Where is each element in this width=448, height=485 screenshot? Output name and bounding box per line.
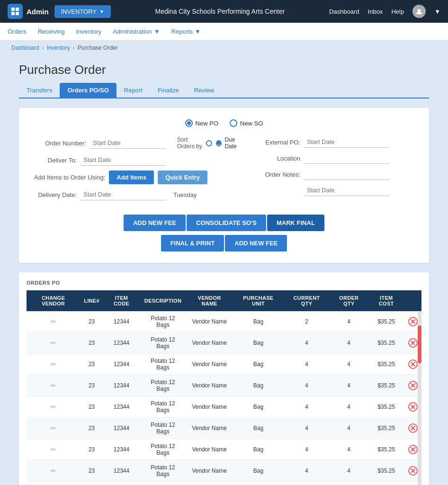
cell-line: 23 [80, 439, 103, 460]
order-number-input[interactable] [90, 137, 166, 149]
tab-orders-po-so[interactable]: Orders PO/SO [60, 83, 116, 98]
location-input[interactable] [304, 153, 389, 164]
help-link[interactable]: Help [391, 8, 404, 15]
pencil-icon[interactable]: ✏ [51, 339, 56, 347]
tab-review[interactable]: Review [187, 83, 222, 98]
mark-final-button[interactable]: MARK FINAL [267, 215, 324, 231]
table-row: ✏ 23 12344 Potato 12 Bags Vendor Name Ba… [27, 354, 421, 375]
cell-order-qty: 4 [330, 332, 368, 354]
nav-inventory[interactable]: Inventory [76, 28, 101, 35]
nav-reports[interactable]: Reports ▼ [171, 28, 201, 35]
cell-line: 23 [80, 354, 103, 375]
cell-item-code: 12344 [103, 396, 140, 418]
start-date-bottom-input[interactable] [304, 185, 389, 196]
delete-icon[interactable]: ✕ [408, 381, 418, 390]
tab-transfers[interactable]: Transfers [19, 83, 60, 98]
add-items-button[interactable]: Add Items [109, 171, 154, 184]
nav-administration[interactable]: Administration ▼ [113, 28, 160, 35]
cell-edit-icon[interactable]: ✏ [27, 460, 80, 482]
sort-due-date[interactable]: Due Date [216, 136, 239, 150]
delete-icon[interactable]: ✕ [408, 423, 418, 433]
add-items-label: Add Items to Order Using: [34, 174, 105, 181]
col-vendor-name: VENDOR NAME [186, 290, 233, 311]
delete-icon[interactable]: ✕ [408, 359, 418, 369]
pencil-icon[interactable]: ✏ [51, 318, 56, 325]
pencil-icon[interactable]: ✏ [51, 424, 56, 432]
cell-edit-icon[interactable]: ✏ [27, 482, 80, 485]
administration-chevron-icon: ▼ [154, 28, 160, 35]
cell-edit-icon[interactable]: ✏ [27, 332, 80, 354]
order-notes-label: Order Notes: [258, 171, 300, 178]
delete-icon[interactable]: ✕ [408, 317, 418, 326]
cell-vendor: Vendor Name [186, 396, 233, 418]
delete-icon[interactable]: ✕ [408, 445, 418, 454]
col-order-qty: ORDER QTY [330, 290, 368, 311]
cell-vendor: Vendor Name [186, 311, 233, 332]
cell-line: 23 [80, 460, 103, 482]
scrollbar-thumb[interactable] [418, 325, 421, 363]
inventory-dropdown[interactable]: INVENTORY ▼ [54, 5, 111, 18]
radio-new-po[interactable]: New PO [185, 119, 218, 127]
top-bar: Admin INVENTORY ▼ Medina City Schools Pe… [0, 0, 448, 23]
pencil-icon[interactable]: ✏ [51, 467, 56, 475]
nav-orders[interactable]: Orders [8, 28, 27, 35]
consolidate-sos-button[interactable]: CONSOLIDATE SO'S [187, 215, 266, 231]
col-line: LINE# [80, 290, 103, 311]
table-body: ✏ 23 12344 Potato 12 Bags Vendor Name Ba… [27, 311, 421, 485]
cell-unit: Bag [233, 460, 284, 482]
add-new-fee-button-2[interactable]: ADD NEW FEE [225, 235, 287, 251]
cell-edit-icon[interactable]: ✏ [27, 375, 80, 396]
cell-edit-icon[interactable]: ✏ [27, 311, 80, 332]
pencil-icon[interactable]: ✏ [51, 403, 56, 411]
cell-edit-icon[interactable]: ✏ [27, 439, 80, 460]
scrollbar-track[interactable] [418, 311, 421, 485]
svg-rect-1 [16, 8, 19, 11]
nav-receiving[interactable]: Receiving [38, 28, 65, 35]
final-print-button[interactable]: FINAL & PRINT [161, 235, 224, 251]
user-avatar[interactable] [412, 5, 426, 18]
pencil-icon[interactable]: ✏ [51, 360, 56, 368]
pencil-icon[interactable]: ✏ [51, 382, 56, 389]
location-label: Location [258, 155, 300, 162]
delivery-date-input[interactable] [81, 189, 166, 200]
tab-report[interactable]: Report [116, 83, 150, 98]
radio-new-so[interactable]: New SO [230, 119, 263, 127]
table-row: ✏ 23 12344 Potato 12 Bags Vendor Name Ba… [27, 460, 421, 482]
cell-current-qty: 4 [284, 482, 329, 485]
user-dropdown-arrow[interactable]: ▼ [434, 8, 440, 15]
deliver-to-input[interactable] [81, 154, 166, 166]
delete-icon[interactable]: ✕ [408, 338, 418, 348]
add-new-fee-button-1[interactable]: ADD NEW FEE [124, 215, 186, 231]
breadcrumb-inventory[interactable]: Inventory [47, 45, 70, 51]
order-notes-input[interactable] [304, 169, 389, 180]
external-po-input[interactable] [304, 136, 389, 148]
quick-entry-button[interactable]: Quick Entry [158, 171, 207, 184]
inbox-link[interactable]: Inbox [368, 8, 383, 15]
order-number-label: Order Number: [34, 140, 86, 147]
cell-edit-icon[interactable]: ✏ [27, 418, 80, 439]
pencil-icon[interactable]: ✏ [51, 446, 56, 453]
table-scroll[interactable]: CHANGE VENDOR LINE# ITEM CODE DESCRIPTIO… [27, 290, 421, 485]
sort-radio-circle-2 [216, 140, 222, 146]
order-notes-row: Order Notes: [258, 169, 414, 180]
cell-edit-icon[interactable]: ✏ [27, 396, 80, 418]
cell-line: 23 [80, 311, 103, 332]
tab-finalize[interactable]: Finalize [150, 83, 187, 98]
dashboard-link[interactable]: Dashboard [329, 8, 359, 15]
cell-vendor: Vendor Name [186, 375, 233, 396]
sort-radio-1[interactable] [206, 140, 212, 146]
cell-edit-icon[interactable]: ✏ [27, 354, 80, 375]
cell-line: 23 [80, 482, 103, 485]
delete-icon[interactable]: ✕ [408, 402, 418, 412]
deliver-to-row: Deliver To: [34, 154, 239, 166]
delete-icon[interactable]: ✕ [408, 466, 418, 476]
orders-table: CHANGE VENDOR LINE# ITEM CODE DESCRIPTIO… [27, 290, 421, 485]
col-purchase-unit: PURCHASE UNIT [233, 290, 284, 311]
breadcrumb-sep-1: › [42, 45, 44, 51]
table-row: ✏ 23 12344 Potato 12 Bags Vendor Name Ba… [27, 482, 421, 485]
breadcrumb: Dashboard › Inventory › Purchase Order [0, 41, 448, 55]
table-row: ✏ 23 12344 Potato 12 Bags Vendor Name Ba… [27, 332, 421, 354]
breadcrumb-dashboard[interactable]: Dashboard [11, 45, 39, 51]
cell-current-qty: 4 [284, 354, 329, 375]
form-two-col: Order Number: Sort Orders by Due Date De… [34, 136, 414, 205]
